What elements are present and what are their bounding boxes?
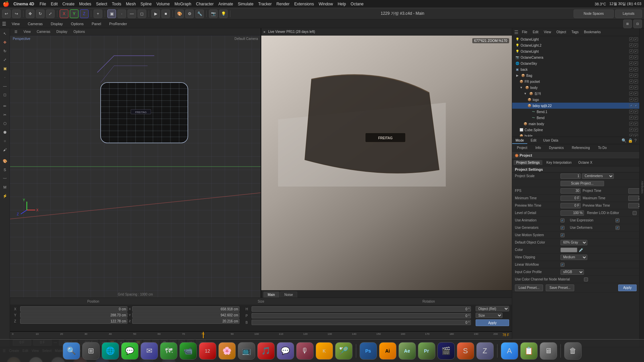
vp3d-display-menu[interactable]: Display (55, 30, 69, 34)
hi-bukler-toggle[interactable]: ✓ (634, 134, 638, 137)
dock-music[interactable]: 🎵 (257, 342, 275, 360)
dock-photos[interactable]: 🌸 (218, 342, 236, 360)
left-sb-obj[interactable]: ▣ (1, 64, 9, 72)
hi-zamgaer-toggle[interactable]: ✓ (634, 92, 638, 96)
hi-render-toggle[interactable]: ✓ (634, 37, 638, 41)
inner-tab-projectsettings[interactable]: Project Settings (514, 160, 542, 165)
workspace-dropdown[interactable]: Node Spaces (574, 9, 614, 18)
menu-animate[interactable]: Animate (218, 2, 233, 6)
hi-bodyr-toggle[interactable]: ✓ (634, 86, 638, 90)
dock-finder[interactable]: 🔍 (63, 342, 80, 360)
scale-project-button[interactable]: Scale Project... (560, 181, 604, 186)
lv-hamburger[interactable]: × (263, 30, 265, 34)
left-sb-poly[interactable]: ◻ (1, 91, 9, 99)
size-mode-dropdown[interactable]: Size (476, 313, 502, 318)
left-sb-extrude[interactable]: ⬡ (1, 119, 9, 127)
hi-mbr-toggle[interactable]: ✓ (634, 122, 638, 126)
hi-camc-toggle[interactable]: ✓ (629, 55, 633, 59)
hi-logor-toggle[interactable]: ✓ (634, 98, 638, 102)
hi-bdoyr-toggle[interactable]: ✓ (634, 104, 638, 108)
menu-simulate[interactable]: Simulate (238, 2, 254, 6)
left-sb-point[interactable]: · (1, 73, 9, 81)
hi-bukle[interactable]: 📦 bukle ✓ ✓ (512, 133, 639, 137)
hi-bend1[interactable]: 〜 Bend.1 ✓ ✓ (512, 109, 639, 115)
menu-tracker[interactable]: Tracker (258, 2, 272, 6)
hi-skyr-toggle[interactable]: ✓ (634, 61, 638, 65)
pos-hz-input[interactable] (132, 318, 239, 324)
left-sb-move[interactable]: ✥ (1, 38, 9, 46)
hi-zamgae[interactable]: ▼ 📦 잠개 ✓ ✓ (512, 91, 639, 97)
preview-min-input[interactable] (560, 203, 581, 208)
prop-search-icon[interactable]: 🔍 (622, 138, 627, 143)
camera-button[interactable]: 📷 (209, 9, 218, 18)
z-axis-button[interactable]: Z (80, 9, 89, 18)
menu-file[interactable]: File (40, 2, 46, 6)
hi-bagc-toggle[interactable]: ✓ (629, 73, 633, 77)
dock-maps[interactable]: 🗺 (160, 342, 177, 360)
rp-object[interactable]: Object (554, 30, 568, 35)
left-sb-select[interactable]: ↖ (1, 30, 9, 38)
layout-dropdown[interactable]: Layouts (615, 9, 642, 18)
redo-button[interactable]: ↪ (12, 9, 21, 18)
menu-mograph[interactable]: MoGraph (174, 2, 191, 6)
vp-tab-main[interactable]: Main (263, 292, 279, 298)
dock-photoshop[interactable]: Ps (360, 342, 377, 360)
hi-fpr-toggle[interactable]: ✓ (634, 80, 638, 84)
left-sb-knife[interactable]: ✂ (1, 111, 9, 119)
load-preset-button[interactable]: Load Preset... (515, 285, 543, 291)
max-time-input[interactable] (628, 196, 639, 201)
left-sb-dynamics[interactable]: ⚡ (1, 192, 9, 200)
hi-bdoy[interactable]: 📦 bdoy sp[it.22 ✓ ✓ (512, 103, 639, 109)
view-tab-panel[interactable]: Panel (89, 21, 104, 27)
left-sb-mograph[interactable]: M (1, 183, 9, 191)
menu-select[interactable]: Select (96, 2, 107, 6)
view-tab-view[interactable]: View (9, 21, 22, 27)
viewport-3d[interactable]: ☰ View Cameras Display Options (10, 28, 261, 298)
rp-bookmarks[interactable]: Bookmarks (582, 30, 603, 35)
x-axis-button[interactable]: X (60, 9, 68, 18)
hi-logoc-toggle[interactable]: ✓ (629, 98, 633, 102)
vp3d-options-menu[interactable]: Options (72, 30, 87, 34)
y-axis-button[interactable]: Y (70, 9, 78, 18)
hi-render3-toggle[interactable]: ✓ (634, 49, 638, 53)
rp-hamburger[interactable]: ☰ (514, 30, 519, 35)
dock-safari[interactable]: 🌐 (102, 342, 119, 360)
dock-kakaotalk[interactable]: K (316, 342, 333, 360)
menu-extensions[interactable]: Extensions (294, 2, 314, 6)
vp-layout-btn[interactable]: ⊡ (633, 19, 642, 28)
undo-button[interactable]: ↩ (2, 9, 11, 18)
left-sb-sculpt[interactable]: S (1, 166, 9, 174)
hi-back[interactable]: ▣ back ✓ ✓ (512, 66, 639, 72)
prop-lock-icon[interactable]: 🔒 (628, 138, 633, 143)
hi-body-expand[interactable]: ▼ (519, 85, 524, 90)
use-expr-checkbox[interactable] (615, 218, 620, 222)
menu-render[interactable]: Render (276, 2, 289, 6)
dock-illustrator[interactable]: Ai (379, 342, 396, 360)
dock-messages[interactable]: 💬 (121, 342, 139, 360)
hi-csr-toggle[interactable]: ✓ (634, 128, 638, 132)
save-preset-button[interactable]: Save Preset... (546, 285, 574, 291)
hi-octanelight1[interactable]: 💡 OctaneLight ✓ ✓ (512, 36, 639, 42)
inner-tab-keyinterp[interactable]: Key Interpolation (544, 160, 574, 165)
render-settings-button[interactable]: 🔧 (195, 9, 204, 18)
prop-st-info[interactable]: Info (533, 145, 544, 150)
menu-tools[interactable]: Tools (112, 2, 121, 6)
hi-bend[interactable]: 〜 Bend ✓ ✓ (512, 115, 639, 121)
proj-scale-input[interactable] (560, 173, 581, 179)
proj-time-input[interactable] (628, 188, 639, 194)
rot-p-input[interactable] (252, 313, 471, 318)
left-sb-scale[interactable]: ⤢ (1, 56, 9, 64)
ipr-button[interactable]: ⚙ (185, 9, 194, 18)
menu-character[interactable]: Character (196, 2, 214, 6)
play-button[interactable]: ▶ (151, 9, 160, 18)
hi-bodyc-toggle[interactable]: ✓ (629, 86, 633, 90)
hi-vis3-toggle[interactable]: ✓ (629, 49, 633, 53)
prop-st-referencing[interactable]: Referencing (569, 145, 593, 150)
dock-ae[interactable]: Ae (398, 342, 416, 360)
hi-bend1c-toggle[interactable]: ✓ (629, 110, 633, 114)
hi-bdoyc-toggle[interactable]: ✓ (629, 104, 633, 108)
inner-tab-octanex[interactable]: Octane X (576, 160, 595, 165)
stop-button[interactable]: ■ (161, 9, 170, 18)
rp-view[interactable]: View (542, 30, 553, 35)
menu-spline[interactable]: Spline (141, 2, 152, 6)
